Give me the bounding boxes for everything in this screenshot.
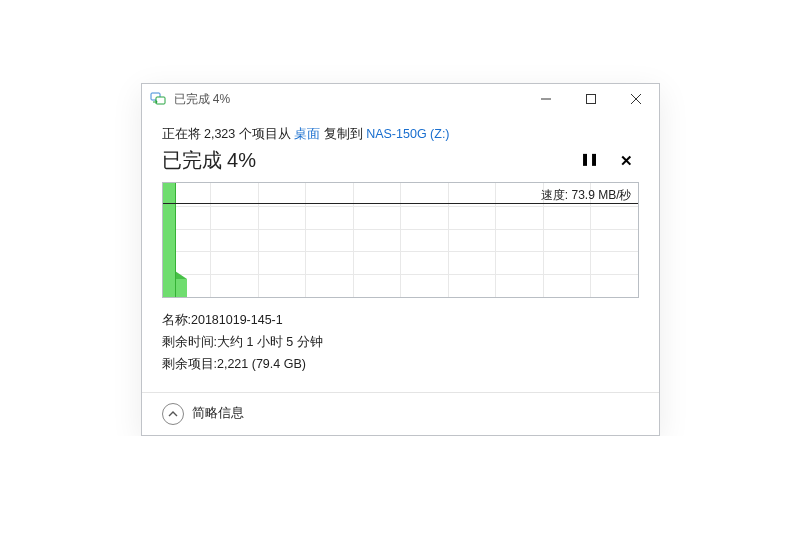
minimize-button[interactable]: [524, 84, 569, 114]
close-button[interactable]: [614, 84, 659, 114]
window-controls: [524, 84, 659, 114]
progress-status: 已完成 4%: [162, 147, 256, 174]
time-remaining-label: 剩余时间:: [162, 332, 217, 354]
chevron-up-icon: [162, 403, 184, 425]
items-remaining-value: 2,221 (79.4 GB): [217, 354, 306, 376]
footer-toggle[interactable]: 简略信息: [142, 393, 659, 435]
chart-fill: [175, 279, 187, 297]
destination-link[interactable]: NAS-150G (Z:): [366, 127, 449, 141]
copy-progress-icon: [150, 90, 168, 108]
maximize-button[interactable]: [569, 84, 614, 114]
file-copy-dialog: 已完成 4% 正在将 2,323 个项目从 桌面 复制到 NAS-150G (Z…: [141, 83, 660, 436]
titlebar: 已完成 4%: [142, 84, 659, 114]
cancel-button[interactable]: ✕: [620, 152, 633, 170]
source-link[interactable]: 桌面: [294, 127, 320, 141]
svg-rect-1: [156, 97, 165, 104]
speed-label: 速度: 73.9 MB/秒: [541, 187, 632, 204]
svg-rect-3: [587, 95, 596, 104]
speed-chart: 速度: 73.9 MB/秒: [162, 182, 639, 298]
transfer-details: 名称: 20181019-145-1 剩余时间: 大约 1 小时 5 分钟 剩余…: [162, 310, 639, 376]
copy-description: 正在将 2,323 个项目从 桌面 复制到 NAS-150G (Z:): [162, 126, 639, 143]
pause-button[interactable]: ❚❚: [580, 152, 598, 170]
items-remaining-label: 剩余项目:: [162, 354, 217, 376]
name-value: 20181019-145-1: [191, 310, 283, 332]
footer-label: 简略信息: [192, 405, 244, 422]
name-label: 名称:: [162, 310, 191, 332]
time-remaining-value: 大约 1 小时 5 分钟: [217, 332, 323, 354]
window-title: 已完成 4%: [174, 91, 231, 108]
